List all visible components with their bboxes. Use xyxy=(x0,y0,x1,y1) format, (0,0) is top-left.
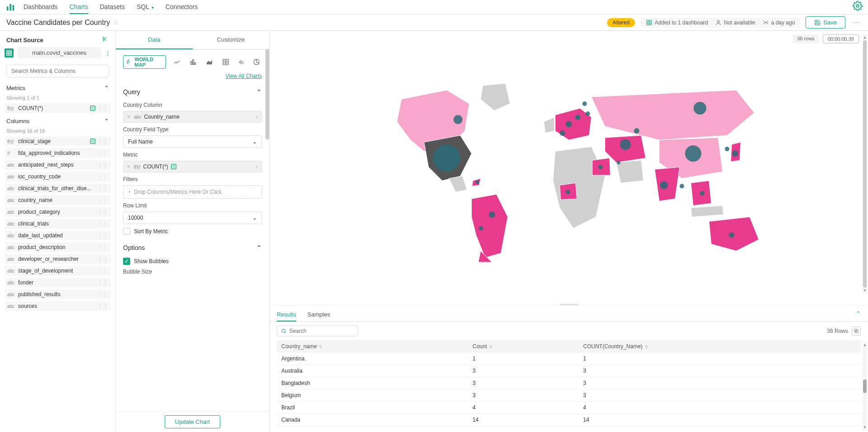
drag-handle-icon[interactable]: ⋮⋮ xyxy=(97,268,108,274)
filters-dropzone[interactable]: +Drop Columns/Metrics Here Or Click xyxy=(123,185,262,199)
drag-handle-icon[interactable]: ⋮⋮ xyxy=(97,162,108,168)
column-item[interactable]: abcstage_of_development⋮⋮ xyxy=(5,266,111,276)
collapse-results-icon[interactable]: ⌃ xyxy=(856,310,861,317)
drag-handle-icon[interactable]: ⋮⋮ xyxy=(97,150,108,156)
table-row[interactable]: Australia33 xyxy=(277,365,861,377)
svg-rect-5 xyxy=(650,20,651,22)
results-search[interactable] xyxy=(277,326,358,336)
table-header[interactable]: Count⇅ xyxy=(468,340,579,353)
drag-handle-icon[interactable]: ⋮⋮ xyxy=(97,279,108,286)
favorite-star-icon[interactable]: ☆ xyxy=(113,18,119,27)
drag-handle-icon[interactable]: ⋮⋮ xyxy=(97,138,108,144)
dataset-name[interactable]: main.covid_vaccines xyxy=(17,47,101,58)
world-map-chart[interactable] xyxy=(270,72,868,262)
drag-handle-icon[interactable]: ⋮⋮ xyxy=(97,185,108,192)
drag-handle-icon[interactable]: ⋮⋮ xyxy=(97,291,108,298)
column-item[interactable]: abcdeveloper_or_researcher⋮⋮ xyxy=(5,254,111,264)
nav-connectors[interactable]: Connectors xyxy=(166,0,198,14)
view-all-charts-link[interactable]: View All Charts xyxy=(226,73,262,79)
drag-handle-icon[interactable]: ⋮⋮ xyxy=(97,105,108,111)
nav-datasets[interactable]: Datasets xyxy=(100,0,125,14)
right-panel: 36 rows 00:00:00.39 xyxy=(270,31,868,432)
tab-samples[interactable]: Samples xyxy=(307,308,330,322)
column-item[interactable]: f(x)clinical_stage⋮⋮ xyxy=(5,136,111,146)
altered-badge[interactable]: Altered xyxy=(607,18,635,27)
column-item[interactable]: abcpublished_results⋮⋮ xyxy=(5,289,111,299)
svg-point-32 xyxy=(583,101,587,106)
column-item[interactable]: #fda_approved_indications⋮⋮ xyxy=(5,148,111,158)
column-item[interactable]: abcclinical_trials⋮⋮ xyxy=(5,219,111,229)
copy-results-icon[interactable] xyxy=(852,326,861,336)
more-options-icon[interactable]: ⋯ xyxy=(851,18,862,27)
remove-chip-icon[interactable]: × xyxy=(127,163,130,170)
drag-handle-icon[interactable]: ⋮⋮ xyxy=(97,197,108,203)
svg-line-48 xyxy=(285,332,286,333)
column-item[interactable]: abcsources⋮⋮ xyxy=(5,301,111,311)
nav-sql[interactable]: SQL ▾ xyxy=(137,0,154,14)
dataset-options-icon[interactable]: ⋮ xyxy=(105,49,111,56)
column-item[interactable]: abcclinical_trials_for_other_dise...⋮⋮ xyxy=(5,183,111,193)
chevron-up-icon: ⌃ xyxy=(104,85,109,91)
table-row[interactable]: Brazil44 xyxy=(277,402,861,414)
viz-table-icon[interactable] xyxy=(220,58,231,67)
update-chart-button[interactable]: Update Chart xyxy=(165,415,220,428)
search-columns-input[interactable] xyxy=(6,65,109,77)
drag-handle-icon[interactable]: ⋮⋮ xyxy=(97,256,108,262)
sort-by-metric-checkbox[interactable]: Sort By Metric xyxy=(123,228,262,235)
viz-world-map[interactable]: WORLD MAP xyxy=(123,55,166,69)
nav-dashboards[interactable]: Dashboards xyxy=(24,0,58,14)
column-item[interactable]: abcdate_last_updated⋮⋮ xyxy=(5,230,111,240)
viz-pie-icon[interactable] xyxy=(251,58,262,67)
drag-handle-icon[interactable]: ⋮⋮ xyxy=(97,244,108,250)
column-item[interactable]: abcproduct_category⋮⋮ xyxy=(5,207,111,217)
results-table: Country_name⇅Count⇅COUNT(Country_Name)⇅ … xyxy=(277,340,861,426)
svg-rect-15 xyxy=(191,62,192,65)
table-header[interactable]: Country_name⇅ xyxy=(277,340,468,353)
table-row[interactable]: Bangladesh33 xyxy=(277,377,861,389)
viz-area-icon[interactable] xyxy=(204,58,215,67)
row-limit-select[interactable]: 10000 ⌄ xyxy=(123,211,262,224)
tab-customize[interactable]: Customize xyxy=(193,31,270,49)
country-field-type-select[interactable]: Full Name ⌄ xyxy=(123,135,262,148)
viz-bar-icon[interactable] xyxy=(188,58,199,67)
columns-section-header[interactable]: Columns ⌃ xyxy=(0,115,115,127)
dashboard-count[interactable]: Added to 1 dashboard xyxy=(646,19,708,26)
drag-handle-icon[interactable]: ⋮⋮ xyxy=(97,303,108,309)
show-bubbles-checkbox[interactable]: ✓ Show Bubbles xyxy=(123,258,262,265)
metric-chip[interactable]: × f(x) COUNT(*) › xyxy=(123,161,262,173)
table-header[interactable]: COUNT(Country_Name)⇅ xyxy=(579,340,861,353)
results-search-input[interactable] xyxy=(289,328,354,334)
country-column-chip[interactable]: × abc Country_name › xyxy=(123,111,262,123)
svg-marker-18 xyxy=(207,60,212,64)
remove-chip-icon[interactable]: × xyxy=(127,114,130,120)
drag-handle-icon[interactable]: ⋮⋮ xyxy=(97,221,108,227)
scrollbar[interactable] xyxy=(266,49,269,139)
results-row-count: 36 Rows xyxy=(827,328,848,334)
viz-number-icon[interactable]: 4k xyxy=(237,58,246,66)
metrics-section-header[interactable]: Metrics ⌃ xyxy=(0,82,115,94)
column-item[interactable]: abccountry_name⋮⋮ xyxy=(5,195,111,205)
query-section-header[interactable]: Query ⌃ xyxy=(123,86,262,98)
table-row[interactable]: Canada1414 xyxy=(277,414,861,426)
drag-handle-icon[interactable]: ⋮⋮ xyxy=(97,209,108,215)
table-row[interactable]: Argentina11 xyxy=(277,353,861,365)
drag-handle-icon[interactable]: ⋮⋮ xyxy=(97,232,108,239)
viz-line-icon[interactable] xyxy=(171,58,182,67)
column-item[interactable]: abcioc_country_code⋮⋮ xyxy=(5,172,111,182)
drag-handle-icon[interactable]: ⋮⋮ xyxy=(97,173,108,180)
tab-data[interactable]: Data xyxy=(116,31,193,49)
save-button[interactable]: Save xyxy=(806,16,845,29)
table-icon xyxy=(5,48,14,58)
options-section-header[interactable]: Options ⌃ xyxy=(123,241,262,254)
column-item[interactable]: abcproduct_description⋮⋮ xyxy=(5,242,111,252)
settings-icon[interactable] xyxy=(853,1,863,13)
nav-charts[interactable]: Charts xyxy=(70,0,88,14)
table-scrollbar[interactable]: ▲▼ xyxy=(863,342,867,430)
column-item[interactable]: abcanticipated_next_steps⋮⋮ xyxy=(5,160,111,170)
vertical-scrollbar[interactable]: ▲▼ xyxy=(863,34,867,293)
table-row[interactable]: Belgium33 xyxy=(277,389,861,402)
collapse-panel-icon[interactable] xyxy=(102,35,109,44)
column-item[interactable]: f(x)COUNT(*)⋮⋮ xyxy=(5,103,111,113)
column-item[interactable]: abcfunder⋮⋮ xyxy=(5,278,111,288)
tab-results[interactable]: Results xyxy=(277,308,296,322)
